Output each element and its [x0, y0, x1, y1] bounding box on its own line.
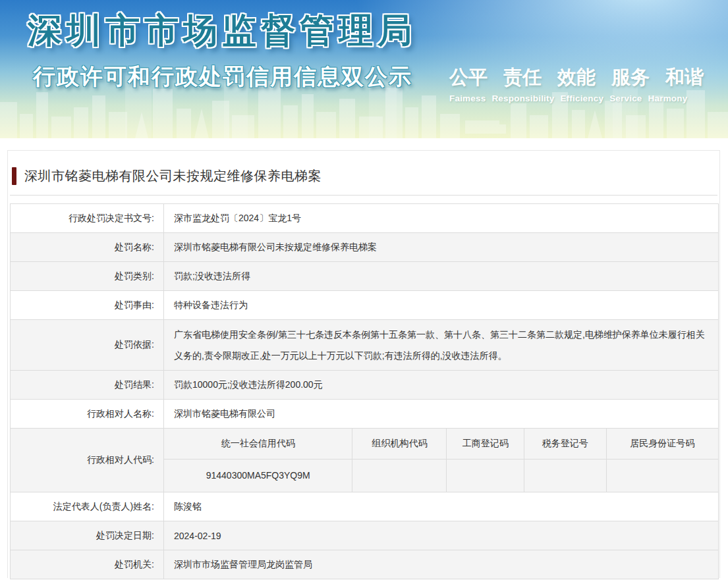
party-code-table: 统一社会信用代码 组织机构代码 工商登记码 税务登记号 居民身份证号码 9144…: [164, 429, 718, 492]
row-label: 处罚名称:: [11, 233, 164, 262]
row-label: 法定代表人(负责人)姓名:: [11, 492, 164, 521]
table-row: 处罚机关: 深圳市市场监督管理局龙岗监管局: [11, 550, 719, 579]
row-label: 处罚类别:: [11, 262, 164, 291]
row-label: 处罚依据:: [11, 320, 164, 371]
row-value: 深圳市铭菱电梯有限公司未按规定维修保养电梯案: [164, 233, 719, 262]
row-label: 行政相对人名称:: [11, 400, 164, 429]
table-row: 处罚结果: 罚款10000元;没收违法所得200.00元: [11, 371, 719, 400]
table-row: 处罚依据: 广东省电梯使用安全条例/第三十七条违反本条例第十五条第一款、第十八条…: [11, 320, 719, 371]
row-label: 处罚结果:: [11, 371, 164, 400]
row-value: 深圳市市场监督管理局龙岗监管局: [164, 550, 719, 579]
table-row: 行政处罚决定书文号: 深市监龙处罚〔2024〕宝龙1号: [11, 204, 719, 233]
table-row: 处罚事由: 特种设备违法行为: [11, 291, 719, 320]
slogan-word: 服务: [611, 65, 650, 91]
slogan-chinese: 公平 责任 效能 服务 和谐: [449, 65, 706, 91]
row-label: 处罚事由:: [11, 291, 164, 320]
row-label: 处罚决定日期:: [11, 521, 164, 550]
party-code-value-row: 91440300MA5FQ3YQ9M: [164, 459, 718, 492]
column-header: 工商登记码: [447, 429, 524, 459]
page: 深圳市市场监督管理局 行政许可和行政处罚信用信息双公示 公平 责任 效能 服务 …: [0, 0, 728, 580]
table-row: 处罚名称: 深圳市铭菱电梯有限公司未按规定维修保养电梯案: [11, 233, 719, 262]
row-value: 陈浚铭: [164, 492, 719, 521]
business-reg-value: [447, 459, 524, 492]
row-value: 罚款10000元;没收违法所得200.00元: [164, 371, 719, 400]
slogan-word: 效能: [557, 65, 596, 91]
content-panel: 深圳市铭菱电梯有限公司未按规定维修保养电梯案 行政处罚决定书文号: 深市监龙处罚…: [7, 150, 720, 578]
table-row: 处罚决定日期: 2024-02-19: [11, 521, 719, 550]
row-value: 特种设备违法行为: [164, 291, 719, 320]
party-code-cell: 统一社会信用代码 组织机构代码 工商登记码 税务登记号 居民身份证号码 9144…: [164, 429, 719, 492]
case-title-row: 深圳市铭菱电梯有限公司未按规定维修保养电梯案: [8, 151, 719, 185]
agency-title: 深圳市市场监督管理局: [28, 8, 416, 54]
slogan-english: Faimess Responsibility Efficiency Servic…: [449, 93, 706, 103]
site-banner: 深圳市市场监督管理局 行政许可和行政处罚信用信息双公示 公平 责任 效能 服务 …: [0, 0, 728, 138]
party-code-row: 行政相对人代码: 统一社会信用代码 组织机构代码 工商登记码 税务登记号 居民身…: [11, 429, 719, 492]
row-value: 广东省电梯使用安全条例/第三十七条违反本条例第十五条第一款、第十八条、第三十二条…: [164, 320, 719, 371]
row-label: 行政处罚决定书文号:: [11, 204, 164, 233]
row-value: 2024-02-19: [164, 521, 719, 550]
row-value: 深市监龙处罚〔2024〕宝龙1号: [164, 204, 719, 233]
party-code-header-row: 统一社会信用代码 组织机构代码 工商登记码 税务登记号 居民身份证号码: [164, 429, 718, 459]
table-row: 法定代表人(负责人)姓名: 陈浚铭: [11, 492, 719, 521]
slogan-word: 公平: [449, 65, 488, 91]
credit-code-value: 91440300MA5FQ3YQ9M: [164, 459, 352, 492]
row-value: 深圳市铭菱电梯有限公司: [164, 400, 719, 429]
penalty-record-table: 行政处罚决定书文号: 深市监龙处罚〔2024〕宝龙1号 处罚名称: 深圳市铭菱电…: [10, 203, 719, 579]
row-value: 罚款;没收违法所得: [164, 262, 719, 291]
case-title: 深圳市铭菱电梯有限公司未按规定维修保养电梯案: [24, 167, 322, 185]
column-header: 组织机构代码: [352, 429, 447, 459]
column-header: 统一社会信用代码: [164, 429, 352, 459]
column-header: 居民身份证号码: [606, 429, 718, 459]
table-row: 行政相对人名称: 深圳市铭菱电梯有限公司: [11, 400, 719, 429]
banner-slogan: 公平 责任 效能 服务 和谐 Faimess Responsibility Ef…: [449, 65, 706, 103]
table-row: 处罚类别: 罚款;没收违法所得: [11, 262, 719, 291]
row-label: 行政相对人代码:: [11, 429, 164, 492]
title-divider: [10, 195, 717, 196]
org-code-value: [352, 459, 447, 492]
id-number-value: [606, 459, 718, 492]
tax-reg-value: [524, 459, 606, 492]
slogan-word: 责任: [503, 65, 542, 91]
title-accent-bar: [12, 167, 16, 185]
banner-subtitle: 行政许可和行政处罚信用信息双公示: [33, 62, 412, 92]
column-header: 税务登记号: [524, 429, 606, 459]
row-label: 处罚机关:: [11, 550, 164, 579]
slogan-word: 和谐: [665, 65, 704, 91]
